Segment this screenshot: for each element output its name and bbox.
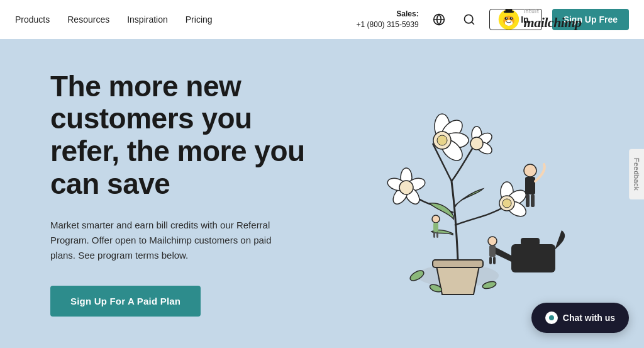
svg-point-37	[470, 137, 483, 150]
nav-link-inspiration[interactable]: Inspiration	[127, 14, 168, 25]
svg-point-51	[432, 215, 440, 223]
svg-line-14	[472, 22, 474, 25]
nav-link-products[interactable]: Products	[15, 14, 50, 25]
hero-subtitle: Market smarter and earn bill credits wit…	[50, 218, 277, 263]
svg-point-7	[499, 16, 503, 21]
svg-rect-50	[493, 257, 496, 264]
search-icon	[463, 13, 475, 26]
cta-button[interactable]: Sign Up For A Paid Plan	[50, 286, 201, 317]
svg-rect-46	[531, 194, 535, 207]
svg-rect-16	[433, 260, 483, 267]
logo-icon	[497, 8, 520, 31]
hero-content: The more new customers you refer, the mo…	[50, 70, 322, 317]
svg-rect-10	[505, 9, 512, 13]
svg-point-6	[511, 18, 512, 19]
svg-point-22	[437, 135, 447, 145]
search-icon-button[interactable]	[459, 9, 479, 30]
logo-intuit-text: intuit	[524, 8, 582, 14]
svg-rect-54	[436, 232, 438, 238]
svg-rect-53	[433, 232, 435, 238]
navbar: Products Resources Inspiration Pricing i…	[0, 0, 644, 39]
chat-button[interactable]: Chat with us	[531, 303, 629, 333]
nav-right: Sales: +1 (800) 315-5939 Log In Sign Up …	[357, 9, 629, 30]
globe-icon	[433, 13, 445, 26]
svg-rect-41	[511, 244, 555, 272]
svg-rect-42	[521, 238, 540, 245]
chat-dot	[549, 315, 554, 320]
nav-link-pricing[interactable]: Pricing	[186, 14, 213, 25]
chat-label: Chat with us	[563, 313, 615, 323]
svg-rect-52	[433, 223, 438, 232]
svg-rect-49	[489, 257, 492, 264]
nav-sales: Sales: +1 (800) 315-5939	[357, 9, 419, 30]
logo-mailchimp-text: mailchimp	[524, 14, 582, 31]
feedback-tab[interactable]: Feedback	[629, 149, 644, 199]
hero-section: The more new customers you refer, the mo…	[0, 39, 644, 348]
logo[interactable]: intuit mailchimp	[497, 8, 582, 31]
svg-rect-44	[525, 177, 535, 194]
globe-icon-button[interactable]	[429, 9, 449, 30]
chat-icon	[545, 312, 558, 324]
svg-point-33	[399, 181, 413, 194]
nav-link-resources[interactable]: Resources	[67, 14, 109, 25]
svg-rect-48	[489, 245, 496, 257]
referral-illustration	[338, 81, 577, 307]
hero-title: The more new customers you refer, the mo…	[50, 70, 322, 200]
svg-point-43	[524, 164, 536, 177]
svg-point-8	[514, 16, 518, 21]
svg-point-27	[502, 199, 511, 208]
svg-point-47	[488, 237, 497, 245]
hero-illustration	[322, 81, 594, 307]
svg-point-5	[506, 18, 507, 19]
svg-rect-45	[526, 194, 530, 207]
nav-links: Products Resources Inspiration Pricing	[15, 14, 213, 25]
